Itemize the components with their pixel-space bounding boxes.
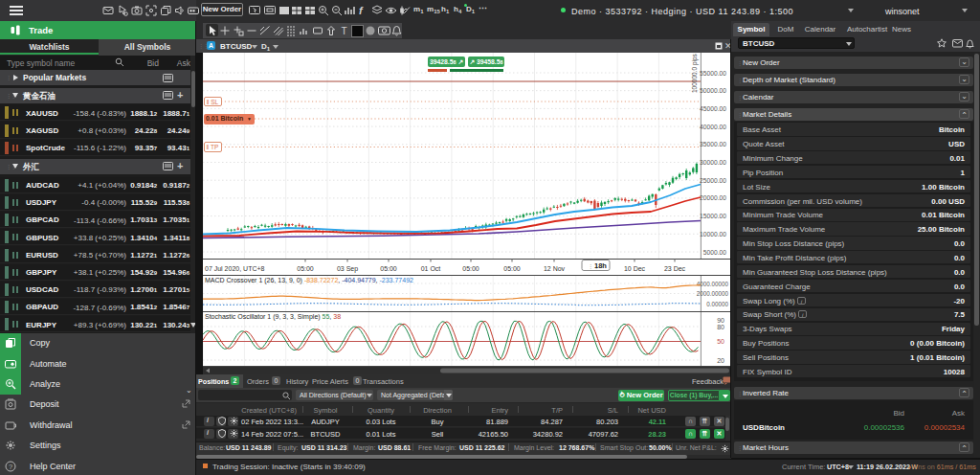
svg-text:15000.00: 15000.00 bbox=[700, 213, 726, 219]
svg-text:2000.00000: 2000.00000 bbox=[697, 290, 729, 297]
svg-text:12 Nov: 12 Nov bbox=[544, 265, 566, 272]
svg-text:MACD Crossover 1 (26, 13, 9, 0: MACD Crossover 1 (26, 13, 9, 0) -838.722… bbox=[205, 277, 413, 284]
svg-text:35000.00: 35000.00 bbox=[700, 141, 726, 147]
svg-text:20: 20 bbox=[717, 357, 724, 364]
svg-text:80: 80 bbox=[717, 324, 724, 330]
svg-text:05:00: 05:00 bbox=[297, 265, 314, 272]
svg-text:T: T bbox=[341, 26, 346, 36]
svg-text:100000.0 pips: 100000.0 pips bbox=[691, 53, 699, 93]
svg-text:50000.00: 50000.00 bbox=[700, 87, 726, 94]
svg-text:05:00: 05:00 bbox=[380, 265, 397, 272]
svg-text:05:00: 05:00 bbox=[503, 265, 521, 272]
svg-text:55000.00: 55000.00 bbox=[700, 70, 726, 77]
svg-text:0.00000: 0.00000 bbox=[706, 301, 728, 307]
svg-text:?: ? bbox=[9, 462, 12, 470]
svg-text:f: f bbox=[359, 5, 364, 16]
svg-text:45000.00: 45000.00 bbox=[700, 105, 726, 112]
svg-text:05:00: 05:00 bbox=[462, 265, 479, 272]
svg-text:50: 50 bbox=[717, 338, 724, 345]
svg-text:90: 90 bbox=[717, 317, 724, 324]
svg-text:30000.00: 30000.00 bbox=[700, 159, 726, 166]
svg-text:5000.00: 5000.00 bbox=[703, 249, 726, 256]
svg-text:03 Sep: 03 Sep bbox=[337, 265, 358, 273]
svg-text:18h: 18h bbox=[594, 261, 607, 270]
svg-text:23 Dec: 23 Dec bbox=[664, 265, 686, 272]
svg-text:40000.00: 40000.00 bbox=[700, 124, 726, 130]
svg-text:10 Dec: 10 Dec bbox=[624, 265, 646, 272]
svg-text:01 Oct: 01 Oct bbox=[421, 265, 441, 272]
svg-text:20000.00: 20000.00 bbox=[700, 194, 726, 201]
svg-text:10000.00: 10000.00 bbox=[700, 231, 726, 238]
svg-text:4000.00000: 4000.00000 bbox=[697, 281, 729, 287]
svg-text:07 Jul 2020, UTC+8: 07 Jul 2020, UTC+8 bbox=[205, 265, 265, 272]
svg-text:Stochastic Oscillator 1 (9, 3,: Stochastic Oscillator 1 (9, 3, 3, Simple… bbox=[205, 313, 341, 321]
svg-text:25000.00: 25000.00 bbox=[700, 177, 726, 184]
